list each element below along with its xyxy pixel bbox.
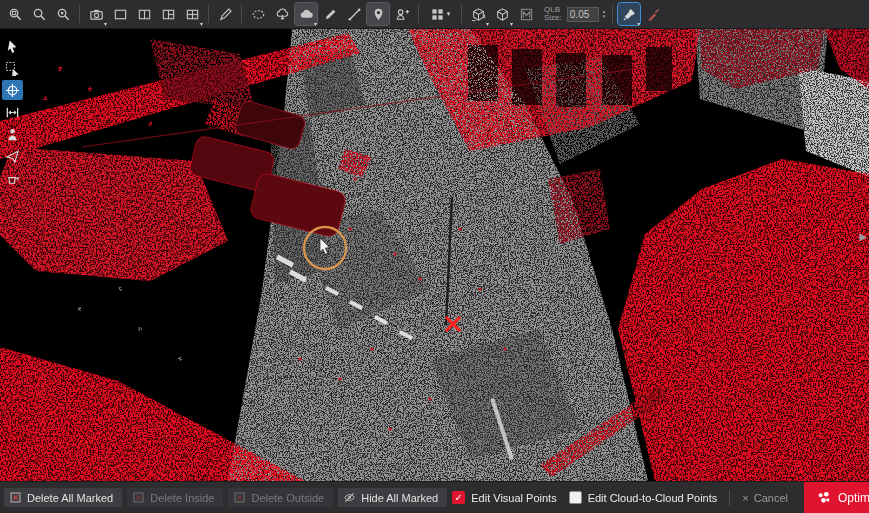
eye-slash-icon (343, 491, 356, 504)
toolbar-separator (418, 5, 419, 23)
layout-quad-icon (185, 7, 200, 22)
flashlight-icon (622, 7, 637, 22)
measure-stick-icon (347, 7, 362, 22)
caret-down-icon: ▾ (200, 21, 203, 27)
brush-tool-button[interactable] (214, 3, 236, 25)
add-camera-button[interactable] (391, 3, 413, 25)
add-person-icon (395, 7, 410, 22)
delete-inside-button[interactable]: Delete Inside (127, 488, 223, 507)
magnifier-dot-icon (56, 7, 71, 22)
hide-all-marked-button[interactable]: Hide All Marked (338, 488, 447, 507)
delete-box-icon (9, 491, 22, 504)
top-toolbar: ▾ ▾ ▾ ▾ ▾ ▾ QLB Size: ▴▾ ▾ (0, 0, 869, 29)
optimize-label: Optimize Bundle (838, 491, 869, 505)
layout-split-button[interactable] (133, 3, 155, 25)
metric-mode-button[interactable] (515, 3, 537, 25)
qlb-spinner[interactable]: ▴▾ (603, 9, 606, 19)
span-measure-icon (5, 105, 20, 120)
viewport-canvas[interactable] (0, 29, 869, 481)
edit-cloud-to-cloud-points-checkbox[interactable]: Edit Cloud-to-Cloud Points (569, 491, 718, 504)
measure-stick-button[interactable] (343, 3, 365, 25)
checkbox-label: Edit Cloud-to-Cloud Points (588, 492, 718, 504)
bounding-box-button[interactable]: ▾ (467, 3, 489, 25)
button-label: Delete All Marked (27, 492, 113, 504)
qlb-label-line2: Size: (544, 14, 562, 22)
caret-down-icon: ▾ (510, 21, 513, 27)
person-view-tool-button[interactable] (2, 124, 23, 144)
span-measure-tool-button[interactable] (2, 102, 23, 122)
bundle-dots-icon (816, 490, 831, 505)
cube-view-button[interactable]: ▾ (491, 3, 513, 25)
cloud-icon (299, 7, 314, 22)
delete-outside-button[interactable]: Delete Outside (228, 488, 333, 507)
zoom-selection-button[interactable] (52, 3, 74, 25)
screenshot-button[interactable]: ▾ (85, 3, 107, 25)
left-tool-palette (2, 36, 23, 188)
caret-down-icon: ▾ (637, 21, 640, 27)
toolbar-separator (612, 5, 613, 23)
brush-icon (218, 7, 233, 22)
ellipse-select-button[interactable] (247, 3, 269, 25)
caret-down-icon: ▾ (447, 10, 451, 18)
cloud-download-icon (275, 7, 290, 22)
delete-all-marked-button[interactable]: Delete All Marked (4, 488, 122, 507)
caret-down-icon: ▾ (314, 21, 317, 27)
spinner-down-icon[interactable]: ▾ (603, 14, 606, 19)
bottom-bar: Delete All Marked Delete Inside Delete O… (0, 481, 869, 513)
zoom-fit-button[interactable] (4, 3, 26, 25)
laser-tool-button[interactable] (642, 3, 664, 25)
zoom-fit-icon (8, 7, 23, 22)
qlb-size-label: QLB Size: (544, 6, 562, 22)
grid-icon (430, 7, 445, 22)
close-icon: × (742, 492, 748, 504)
edit-visual-points-checkbox[interactable]: ✓ Edit Visual Points (452, 491, 556, 504)
cloud-download-button[interactable] (271, 3, 293, 25)
optimize-bundle-button[interactable]: Optimize Bundle (804, 482, 869, 513)
laser-tool-icon (646, 7, 661, 22)
button-label: Delete Outside (251, 492, 324, 504)
cursor-icon (5, 39, 20, 54)
pour-tool-button[interactable] (2, 168, 23, 188)
pencil-tool-button[interactable] (319, 3, 341, 25)
paper-plane-icon (5, 149, 20, 164)
panel-expand-chevron[interactable]: ▶ (858, 231, 868, 242)
camera-icon (89, 7, 104, 22)
qlb-size-input[interactable] (567, 7, 599, 22)
box-select-tool-button[interactable] (2, 58, 23, 78)
checkbox-checked-icon[interactable]: ✓ (452, 491, 465, 504)
layout-single-icon (113, 7, 128, 22)
layout-split-icon (137, 7, 152, 22)
location-marker-button[interactable] (367, 3, 389, 25)
fly-nav-tool-button[interactable] (2, 146, 23, 166)
bottom-separator (729, 490, 730, 506)
cancel-button[interactable]: × Cancel (742, 492, 788, 504)
orbit-tool-button[interactable] (2, 80, 23, 100)
cube-axes-icon (471, 7, 486, 22)
flashlight-tool-button[interactable]: ▾ (618, 3, 640, 25)
toolbar-separator (241, 5, 242, 23)
layout-quad-button[interactable]: ▾ (181, 3, 203, 25)
person-icon (5, 127, 20, 142)
zoom-window-button[interactable] (28, 3, 50, 25)
grid-menu-dropdown[interactable]: ▾ (424, 3, 456, 25)
cloud-points-button[interactable]: ▾ (295, 3, 317, 25)
caret-down-icon: ▾ (104, 21, 107, 27)
checkbox-unchecked-icon[interactable] (569, 491, 582, 504)
point-cloud-scene (0, 29, 869, 481)
metric-m-icon (519, 7, 534, 22)
cube-icon (495, 7, 510, 22)
layout-single-button[interactable] (109, 3, 131, 25)
caret-down-icon: ▾ (486, 21, 489, 27)
box-cursor-icon (5, 61, 20, 76)
layout-triple-button[interactable] (157, 3, 179, 25)
delete-box-icon (233, 491, 246, 504)
magnifier-icon (32, 7, 47, 22)
toolbar-separator (79, 5, 80, 23)
pencil-icon (323, 7, 338, 22)
toolbar-separator (208, 5, 209, 23)
orbit-crosshair-icon (5, 83, 20, 98)
location-pin-icon (371, 7, 386, 22)
layout-triple-icon (161, 7, 176, 22)
checkbox-label: Edit Visual Points (471, 492, 556, 504)
select-tool-button[interactable] (2, 36, 23, 56)
